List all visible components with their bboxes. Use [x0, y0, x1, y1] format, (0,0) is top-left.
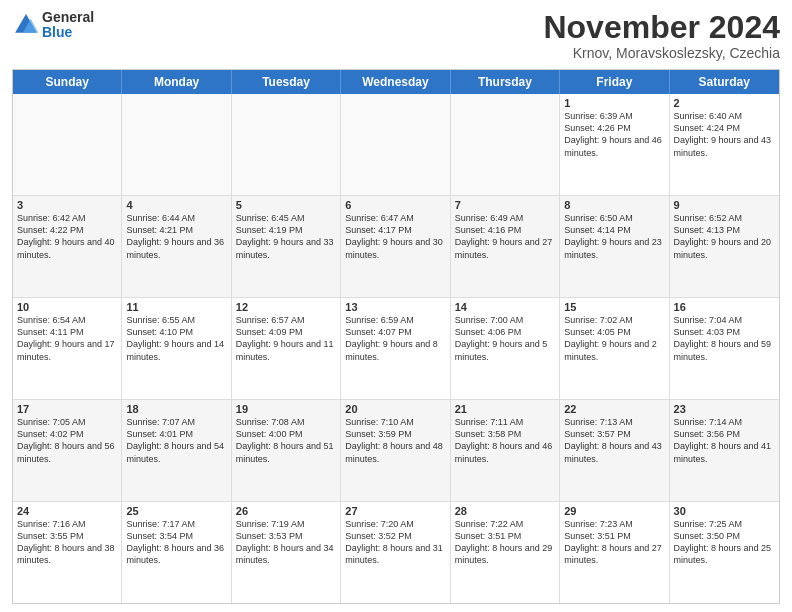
day-cell-12: 12Sunrise: 6:57 AM Sunset: 4:09 PM Dayli…	[232, 298, 341, 399]
day-info: Sunrise: 7:16 AM Sunset: 3:55 PM Dayligh…	[17, 518, 117, 567]
day-number: 17	[17, 403, 117, 415]
header-day-saturday: Saturday	[670, 70, 779, 94]
calendar-header: SundayMondayTuesdayWednesdayThursdayFrid…	[13, 70, 779, 94]
calendar-row-0: 1Sunrise: 6:39 AM Sunset: 4:26 PM Daylig…	[13, 94, 779, 196]
day-number: 19	[236, 403, 336, 415]
day-info: Sunrise: 6:54 AM Sunset: 4:11 PM Dayligh…	[17, 314, 117, 363]
day-cell-30: 30Sunrise: 7:25 AM Sunset: 3:50 PM Dayli…	[670, 502, 779, 603]
day-info: Sunrise: 7:02 AM Sunset: 4:05 PM Dayligh…	[564, 314, 664, 363]
empty-cell	[341, 94, 450, 195]
day-cell-10: 10Sunrise: 6:54 AM Sunset: 4:11 PM Dayli…	[13, 298, 122, 399]
day-info: Sunrise: 7:17 AM Sunset: 3:54 PM Dayligh…	[126, 518, 226, 567]
day-cell-23: 23Sunrise: 7:14 AM Sunset: 3:56 PM Dayli…	[670, 400, 779, 501]
empty-cell	[451, 94, 560, 195]
day-number: 16	[674, 301, 775, 313]
day-info: Sunrise: 6:44 AM Sunset: 4:21 PM Dayligh…	[126, 212, 226, 261]
day-cell-5: 5Sunrise: 6:45 AM Sunset: 4:19 PM Daylig…	[232, 196, 341, 297]
day-number: 21	[455, 403, 555, 415]
day-number: 5	[236, 199, 336, 211]
day-info: Sunrise: 7:22 AM Sunset: 3:51 PM Dayligh…	[455, 518, 555, 567]
day-cell-16: 16Sunrise: 7:04 AM Sunset: 4:03 PM Dayli…	[670, 298, 779, 399]
day-cell-13: 13Sunrise: 6:59 AM Sunset: 4:07 PM Dayli…	[341, 298, 450, 399]
empty-cell	[122, 94, 231, 195]
day-info: Sunrise: 6:47 AM Sunset: 4:17 PM Dayligh…	[345, 212, 445, 261]
day-info: Sunrise: 6:42 AM Sunset: 4:22 PM Dayligh…	[17, 212, 117, 261]
day-number: 25	[126, 505, 226, 517]
day-cell-21: 21Sunrise: 7:11 AM Sunset: 3:58 PM Dayli…	[451, 400, 560, 501]
day-number: 20	[345, 403, 445, 415]
day-info: Sunrise: 7:13 AM Sunset: 3:57 PM Dayligh…	[564, 416, 664, 465]
day-number: 13	[345, 301, 445, 313]
day-cell-18: 18Sunrise: 7:07 AM Sunset: 4:01 PM Dayli…	[122, 400, 231, 501]
logo-text: General Blue	[42, 10, 94, 41]
day-number: 26	[236, 505, 336, 517]
day-number: 23	[674, 403, 775, 415]
day-number: 27	[345, 505, 445, 517]
empty-cell	[232, 94, 341, 195]
day-info: Sunrise: 6:39 AM Sunset: 4:26 PM Dayligh…	[564, 110, 664, 159]
logo-icon	[12, 11, 40, 39]
day-info: Sunrise: 7:20 AM Sunset: 3:52 PM Dayligh…	[345, 518, 445, 567]
day-number: 4	[126, 199, 226, 211]
day-info: Sunrise: 7:25 AM Sunset: 3:50 PM Dayligh…	[674, 518, 775, 567]
header-day-monday: Monday	[122, 70, 231, 94]
logo: General Blue	[12, 10, 94, 41]
day-info: Sunrise: 7:08 AM Sunset: 4:00 PM Dayligh…	[236, 416, 336, 465]
day-info: Sunrise: 6:59 AM Sunset: 4:07 PM Dayligh…	[345, 314, 445, 363]
title-block: November 2024 Krnov, Moravskoslezsky, Cz…	[543, 10, 780, 61]
logo-blue: Blue	[42, 25, 94, 40]
day-cell-20: 20Sunrise: 7:10 AM Sunset: 3:59 PM Dayli…	[341, 400, 450, 501]
day-number: 2	[674, 97, 775, 109]
day-info: Sunrise: 7:11 AM Sunset: 3:58 PM Dayligh…	[455, 416, 555, 465]
day-cell-7: 7Sunrise: 6:49 AM Sunset: 4:16 PM Daylig…	[451, 196, 560, 297]
day-info: Sunrise: 6:49 AM Sunset: 4:16 PM Dayligh…	[455, 212, 555, 261]
calendar-body: 1Sunrise: 6:39 AM Sunset: 4:26 PM Daylig…	[13, 94, 779, 603]
day-number: 12	[236, 301, 336, 313]
day-cell-24: 24Sunrise: 7:16 AM Sunset: 3:55 PM Dayli…	[13, 502, 122, 603]
day-number: 7	[455, 199, 555, 211]
month-title: November 2024	[543, 10, 780, 45]
day-info: Sunrise: 7:00 AM Sunset: 4:06 PM Dayligh…	[455, 314, 555, 363]
day-info: Sunrise: 7:23 AM Sunset: 3:51 PM Dayligh…	[564, 518, 664, 567]
day-cell-28: 28Sunrise: 7:22 AM Sunset: 3:51 PM Dayli…	[451, 502, 560, 603]
day-number: 28	[455, 505, 555, 517]
day-cell-2: 2Sunrise: 6:40 AM Sunset: 4:24 PM Daylig…	[670, 94, 779, 195]
day-number: 8	[564, 199, 664, 211]
header-day-tuesday: Tuesday	[232, 70, 341, 94]
day-number: 11	[126, 301, 226, 313]
day-cell-6: 6Sunrise: 6:47 AM Sunset: 4:17 PM Daylig…	[341, 196, 450, 297]
day-cell-27: 27Sunrise: 7:20 AM Sunset: 3:52 PM Dayli…	[341, 502, 450, 603]
day-cell-4: 4Sunrise: 6:44 AM Sunset: 4:21 PM Daylig…	[122, 196, 231, 297]
day-number: 30	[674, 505, 775, 517]
day-info: Sunrise: 7:05 AM Sunset: 4:02 PM Dayligh…	[17, 416, 117, 465]
day-cell-11: 11Sunrise: 6:55 AM Sunset: 4:10 PM Dayli…	[122, 298, 231, 399]
day-info: Sunrise: 6:52 AM Sunset: 4:13 PM Dayligh…	[674, 212, 775, 261]
location: Krnov, Moravskoslezsky, Czechia	[543, 45, 780, 61]
day-info: Sunrise: 6:50 AM Sunset: 4:14 PM Dayligh…	[564, 212, 664, 261]
day-cell-1: 1Sunrise: 6:39 AM Sunset: 4:26 PM Daylig…	[560, 94, 669, 195]
day-number: 18	[126, 403, 226, 415]
calendar-row-4: 24Sunrise: 7:16 AM Sunset: 3:55 PM Dayli…	[13, 502, 779, 603]
day-cell-3: 3Sunrise: 6:42 AM Sunset: 4:22 PM Daylig…	[13, 196, 122, 297]
day-cell-22: 22Sunrise: 7:13 AM Sunset: 3:57 PM Dayli…	[560, 400, 669, 501]
day-info: Sunrise: 6:45 AM Sunset: 4:19 PM Dayligh…	[236, 212, 336, 261]
calendar-row-3: 17Sunrise: 7:05 AM Sunset: 4:02 PM Dayli…	[13, 400, 779, 502]
page: General Blue November 2024 Krnov, Moravs…	[0, 0, 792, 612]
day-info: Sunrise: 7:07 AM Sunset: 4:01 PM Dayligh…	[126, 416, 226, 465]
day-cell-26: 26Sunrise: 7:19 AM Sunset: 3:53 PM Dayli…	[232, 502, 341, 603]
header-day-wednesday: Wednesday	[341, 70, 450, 94]
day-cell-29: 29Sunrise: 7:23 AM Sunset: 3:51 PM Dayli…	[560, 502, 669, 603]
header-day-friday: Friday	[560, 70, 669, 94]
day-number: 15	[564, 301, 664, 313]
day-cell-8: 8Sunrise: 6:50 AM Sunset: 4:14 PM Daylig…	[560, 196, 669, 297]
day-number: 1	[564, 97, 664, 109]
day-cell-14: 14Sunrise: 7:00 AM Sunset: 4:06 PM Dayli…	[451, 298, 560, 399]
day-info: Sunrise: 6:55 AM Sunset: 4:10 PM Dayligh…	[126, 314, 226, 363]
empty-cell	[13, 94, 122, 195]
day-number: 29	[564, 505, 664, 517]
day-number: 24	[17, 505, 117, 517]
logo-general: General	[42, 10, 94, 25]
day-cell-17: 17Sunrise: 7:05 AM Sunset: 4:02 PM Dayli…	[13, 400, 122, 501]
day-cell-9: 9Sunrise: 6:52 AM Sunset: 4:13 PM Daylig…	[670, 196, 779, 297]
day-number: 3	[17, 199, 117, 211]
